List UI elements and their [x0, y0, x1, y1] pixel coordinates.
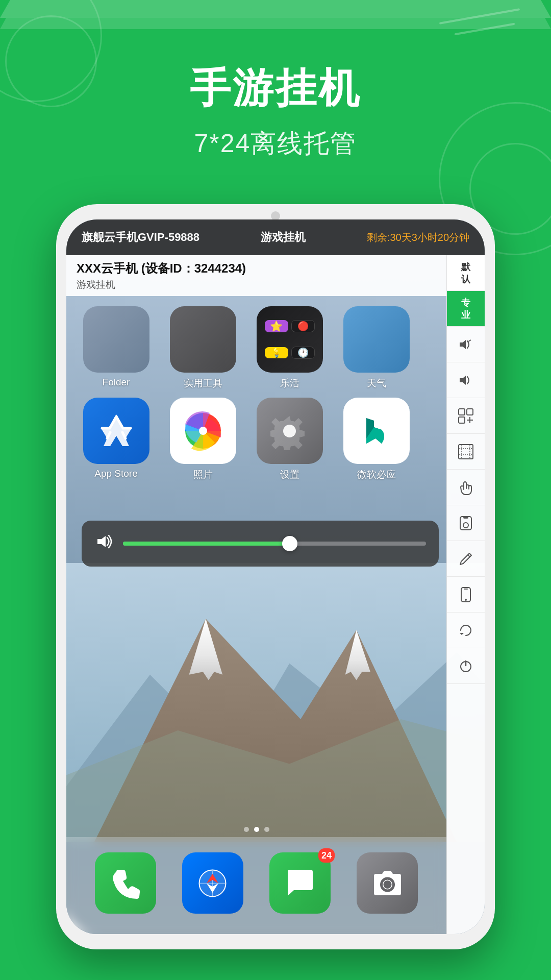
- right-toolbar: 默认 专业: [446, 255, 485, 934]
- toolbar-rotate[interactable]: [447, 612, 485, 648]
- toolbar-edit[interactable]: [447, 541, 485, 577]
- messages-dock-icon: 24: [269, 852, 331, 914]
- svg-point-31: [463, 523, 468, 528]
- utility-label: 实用工具: [184, 377, 222, 390]
- toolbar-crop[interactable]: [447, 434, 485, 470]
- page-dot-1[interactable]: [244, 827, 249, 832]
- bg-lines: [418, 10, 520, 41]
- toolbar-gesture[interactable]: [447, 470, 485, 505]
- lehuo-label: 乐活: [280, 377, 299, 390]
- camera-icon: [371, 867, 404, 900]
- app-row-2: App Store: [71, 398, 439, 481]
- volume-slider[interactable]: [82, 521, 439, 567]
- toolbar-phone[interactable]: [447, 577, 485, 612]
- svg-marker-16: [460, 340, 466, 349]
- volume-track[interactable]: [123, 542, 426, 546]
- volume-icon: [94, 532, 113, 555]
- app-lehuo[interactable]: ⭐ 🔴 💡 🕐 乐活: [250, 306, 329, 390]
- hero-section: 手游挂机 7*24离线托管: [0, 61, 551, 161]
- toolbar-screenshot[interactable]: [447, 505, 485, 541]
- utility-icon: [170, 306, 236, 373]
- device-subtitle: 游戏挂机: [77, 278, 246, 291]
- vol-up-icon: [458, 336, 474, 353]
- page-dot-3[interactable]: [264, 827, 269, 832]
- toolbar-add-widget[interactable]: [447, 398, 485, 434]
- safari-dock-icon: [182, 852, 243, 914]
- phone-dock-icon: [95, 852, 156, 914]
- bing-svg: [356, 410, 397, 451]
- folder-icon: [83, 306, 149, 373]
- toolbar-vol-down[interactable]: [447, 362, 485, 398]
- gesture-icon: [459, 479, 473, 496]
- appstore-label: App Store: [94, 468, 138, 479]
- svg-rect-24: [459, 445, 473, 459]
- dock-phone[interactable]: [95, 852, 156, 914]
- app-bing[interactable]: 微软必应: [337, 398, 416, 481]
- weather-label: 天气: [367, 377, 386, 390]
- screenshot-icon: [459, 515, 473, 531]
- rotate-icon: [458, 623, 473, 638]
- message-badge: 24: [318, 848, 335, 863]
- settings-svg: [270, 412, 309, 450]
- svg-rect-19: [459, 409, 465, 415]
- safari-icon: [196, 867, 229, 900]
- power-icon: [459, 658, 473, 674]
- svg-marker-18: [460, 376, 466, 385]
- app-folder[interactable]: Folder: [77, 306, 156, 390]
- hero-title: 手游挂机: [0, 61, 551, 116]
- toolbar-default[interactable]: 默认: [447, 255, 485, 291]
- volume-thumb[interactable]: [282, 536, 297, 551]
- app-photos[interactable]: 照片: [163, 398, 242, 481]
- status-bar: 旗舰云手机GVIP-59888 游戏挂机 剩余:30天3小时20分钟: [66, 219, 485, 255]
- toolbar-pro[interactable]: 专业: [447, 291, 485, 327]
- svg-marker-36: [460, 633, 464, 635]
- phone-mockup: 旗舰云手机GVIP-59888 游戏挂机 剩余:30天3小时20分钟: [56, 204, 495, 949]
- dock-safari[interactable]: [182, 852, 243, 914]
- ios-topbar: XXX云手机 (设备ID：3244234) 游戏挂机: [66, 255, 485, 296]
- status-bar-left: 旗舰云手机GVIP-59888: [82, 230, 199, 245]
- lehuo-icon: ⭐ 🔴 💡 🕐: [257, 306, 323, 373]
- settings-label: 设置: [280, 468, 299, 481]
- mobile-icon: [460, 587, 471, 602]
- vol-down-icon: [458, 372, 474, 388]
- app-row-1: Folder: [71, 306, 439, 390]
- camera-dock-icon: [357, 852, 418, 914]
- app-appstore[interactable]: App Store: [77, 398, 156, 481]
- edit-icon: [458, 551, 473, 567]
- dock-messages[interactable]: 24: [269, 852, 331, 914]
- bing-label: 微软必应: [357, 468, 396, 481]
- svg-rect-35: [464, 589, 468, 590]
- appstore-icon: [83, 398, 149, 464]
- app-settings[interactable]: 设置: [250, 398, 329, 481]
- app-utility[interactable]: 实用工具: [163, 306, 242, 390]
- phone-screen: 旗舰云手机GVIP-59888 游戏挂机 剩余:30天3小时20分钟: [66, 219, 485, 934]
- speaker-icon: [94, 532, 113, 551]
- ios-screen: XXX云手机 (设备ID：3244234) 游戏挂机: [66, 255, 485, 934]
- status-bar-center: 游戏挂机: [261, 230, 306, 245]
- svg-marker-7: [97, 536, 106, 547]
- page-dots: [66, 827, 446, 832]
- weather-icon: [343, 306, 410, 373]
- phone-icon: [109, 867, 142, 900]
- dock-camera[interactable]: [357, 852, 418, 914]
- svg-line-17: [468, 340, 471, 341]
- default-label: 默认: [461, 261, 470, 285]
- mountain-bg: [66, 563, 485, 842]
- status-bar-right: 剩余:30天3小时20分钟: [367, 231, 469, 244]
- volume-fill: [123, 542, 290, 546]
- svg-line-32: [468, 555, 470, 557]
- hero-subtitle: 7*24离线托管: [0, 127, 551, 161]
- svg-point-34: [465, 599, 467, 601]
- toolbar-vol-up[interactable]: [447, 327, 485, 362]
- folder-label: Folder: [103, 377, 130, 388]
- app-weather[interactable]: 天气: [337, 306, 416, 390]
- messages-icon: [284, 867, 317, 900]
- add-widget-icon: [458, 408, 474, 424]
- page-dot-2[interactable]: [254, 827, 259, 832]
- svg-point-6: [199, 427, 207, 435]
- settings-icon: [257, 398, 323, 464]
- pro-label: 专业: [461, 297, 470, 321]
- svg-rect-30: [463, 517, 468, 519]
- toolbar-power[interactable]: [447, 648, 485, 684]
- appstore-svg: [96, 410, 137, 451]
